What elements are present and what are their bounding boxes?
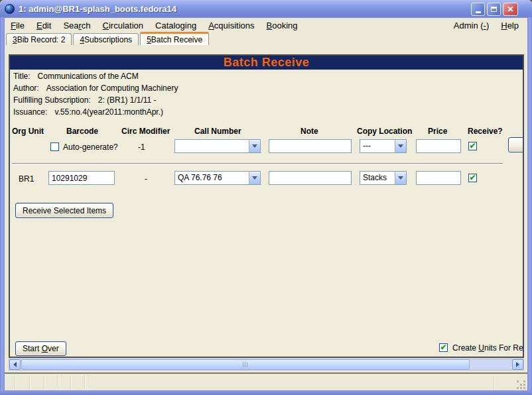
author-label: Author: xyxy=(13,84,39,93)
col-barcode: Barcode xyxy=(66,127,98,136)
menu-search[interactable]: Search xyxy=(57,19,96,32)
menu-help[interactable]: Help xyxy=(495,19,525,32)
template-price-input[interactable] xyxy=(416,139,461,153)
close-icon: ✕ xyxy=(507,5,513,13)
banner: Batch Receive xyxy=(10,56,523,70)
col-call-number: Call Number xyxy=(194,127,241,136)
row-call-number-value: QA 76.76 76 xyxy=(175,172,249,184)
col-note: Note xyxy=(300,127,318,136)
menu-cataloging[interactable]: Cataloging xyxy=(149,19,202,32)
dropdown-arrow-icon[interactable] xyxy=(249,140,260,152)
col-org-unit: Org Unit xyxy=(12,127,44,136)
autogenerate-label: Auto-generate? xyxy=(63,142,118,152)
app-globe-icon xyxy=(5,4,15,14)
maximize-button[interactable] xyxy=(487,3,501,16)
status-separator xyxy=(44,376,45,389)
template-note-input[interactable] xyxy=(269,139,352,153)
template-call-number-select[interactable] xyxy=(174,139,261,153)
row-barcode-input[interactable] xyxy=(48,171,115,185)
status-separator xyxy=(494,376,495,389)
row-copy-location-value: Stacks xyxy=(360,172,395,184)
title-value: Communications of the ACM xyxy=(38,72,139,81)
title-label: Title: xyxy=(13,72,31,81)
tab-subscriptions[interactable]: 4 Subscriptions xyxy=(73,33,139,45)
template-call-number-value xyxy=(175,140,249,152)
col-price: Price xyxy=(428,127,447,136)
row-org-unit: BR1 xyxy=(19,174,34,184)
template-copy-location-value: --- xyxy=(360,140,395,152)
menu-admin[interactable]: Admin (-) xyxy=(448,19,495,32)
batch-receive-panel: Batch Receive Title:Communications of th… xyxy=(9,54,524,358)
status-separator xyxy=(58,376,59,389)
create-units-label: Create Units For Recei xyxy=(452,343,524,353)
statusbar xyxy=(5,374,527,391)
row-call-number-select[interactable]: QA 76.76 76 xyxy=(174,171,261,185)
window-title: 1: admin@BR1-splash_boots.fedora14 xyxy=(19,4,176,14)
row-separator xyxy=(12,163,503,164)
menu-booking[interactable]: Booking xyxy=(261,19,304,32)
dropdown-arrow-icon[interactable] xyxy=(249,172,260,184)
status-separator xyxy=(15,376,16,389)
author-value: Association for Computing Machinery xyxy=(46,84,178,93)
window-border xyxy=(527,17,532,395)
create-units-checkbox[interactable]: ✔ xyxy=(439,343,448,352)
issuance-label: Issuance: xyxy=(13,107,47,117)
maximize-icon xyxy=(491,7,497,12)
template-copy-location-select[interactable]: --- xyxy=(360,139,407,153)
scroll-right-button[interactable] xyxy=(512,359,523,370)
subscription-label: Fulfilling Subscription: xyxy=(13,95,91,105)
receive-selected-items-button[interactable]: Receive Selected Items xyxy=(15,203,113,218)
row-copy-location-select[interactable]: Stacks xyxy=(360,171,407,185)
row-price-input[interactable] xyxy=(416,171,461,185)
autogenerate-checkbox[interactable] xyxy=(50,142,59,151)
template-circ-modifier: -1 xyxy=(138,142,145,152)
scroll-left-button[interactable] xyxy=(9,359,21,370)
subscription-info-line: Fulfilling Subscription:2: (BR1) 1/1/11 … xyxy=(13,95,157,105)
tab-bib-record[interactable]: 3 Bib Record: 2 xyxy=(6,33,72,45)
tab-bar: 3 Bib Record: 2 4 Subscriptions 5 Batch … xyxy=(6,32,527,45)
resize-grip-icon[interactable] xyxy=(516,380,525,389)
menu-file[interactable]: File xyxy=(5,19,31,32)
close-button[interactable]: ✕ xyxy=(503,3,518,16)
scroll-left-icon xyxy=(13,362,17,367)
menu-circulation[interactable]: Circulation xyxy=(97,19,149,32)
application-window: 1: admin@BR1-splash_boots.fedora14 ✕ Fil… xyxy=(0,0,532,395)
template-receive-checkbox[interactable]: ✔ xyxy=(468,142,477,150)
minimize-icon xyxy=(476,11,481,13)
menubar: File Edit Search Circulation Cataloging … xyxy=(5,19,527,32)
menu-acquisitions[interactable]: Acquisitions xyxy=(202,19,260,32)
window-border xyxy=(0,17,5,395)
horizontal-scrollbar[interactable] xyxy=(9,359,524,370)
title-info-line: Title:Communications of the ACM xyxy=(13,72,139,81)
col-receive: Receive? xyxy=(468,127,503,136)
page-title: Batch Receive xyxy=(224,56,310,69)
start-over-button[interactable]: Start Over xyxy=(15,341,66,356)
status-separator xyxy=(71,376,72,389)
col-copy-location: Copy Location xyxy=(357,127,412,136)
menubar-right: Admin (-) Help xyxy=(448,19,527,32)
row-note-input[interactable] xyxy=(269,171,352,185)
status-separator xyxy=(85,376,86,389)
issuance-value: v.55:no.4(year2011:monthApr.) xyxy=(54,107,163,117)
dropdown-arrow-icon[interactable] xyxy=(395,140,406,152)
tab-batch-receive[interactable]: 5 Batch Receive xyxy=(140,32,209,45)
col-circ-modifier: Circ Modifier xyxy=(121,127,170,136)
author-info-line: Author:Association for Computing Machine… xyxy=(13,84,178,93)
row-circ-modifier: - xyxy=(145,174,147,184)
window-border xyxy=(0,390,532,395)
issuance-info-line: Issuance:v.55:no.4(year2011:monthApr.) xyxy=(13,107,163,117)
titlebar: 1: admin@BR1-splash_boots.fedora14 xyxy=(0,0,532,18)
menu-edit[interactable]: Edit xyxy=(31,19,57,32)
dropdown-arrow-icon[interactable] xyxy=(395,172,406,184)
subscription-value: 2: (BR1) 1/1/11 - xyxy=(98,95,157,105)
row-receive-checkbox[interactable]: ✔ xyxy=(468,174,477,182)
minimize-button[interactable] xyxy=(471,3,485,16)
template-apply-button[interactable] xyxy=(508,137,524,152)
status-separator xyxy=(30,376,31,389)
scroll-right-icon xyxy=(516,362,519,367)
scrollbar-grip-icon xyxy=(243,362,249,367)
scrollbar-thumb[interactable] xyxy=(21,359,470,370)
